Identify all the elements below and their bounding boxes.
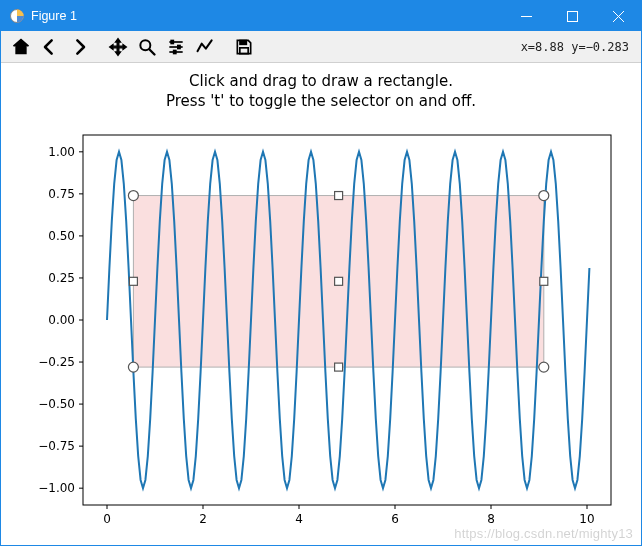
figure-canvas[interactable]: Click and drag to draw a rectangle. Pres… <box>1 63 641 545</box>
ytick-label: −0.50 <box>38 397 75 411</box>
watermark: https://blog.csdn.net/mighty13 <box>454 526 633 541</box>
corner-handle[interactable] <box>128 362 138 372</box>
svg-rect-2 <box>567 11 577 21</box>
ytick-label: 0.00 <box>48 313 75 327</box>
svg-rect-12 <box>174 50 177 53</box>
ytick-label: −0.75 <box>38 439 75 453</box>
xtick-label: 2 <box>199 512 207 526</box>
xtick-label: 4 <box>295 512 303 526</box>
app-window: Figure 1 x=8.88 y=−0.283 Click and drag … <box>0 0 642 546</box>
minimize-button[interactable] <box>503 1 549 31</box>
edge-handle[interactable] <box>335 192 343 200</box>
ytick-label: −0.25 <box>38 355 75 369</box>
window-title: Figure 1 <box>31 9 503 23</box>
svg-rect-10 <box>178 45 181 48</box>
center-handle[interactable] <box>335 277 343 285</box>
svg-line-6 <box>150 49 155 54</box>
maximize-button[interactable] <box>549 1 595 31</box>
app-icon <box>9 8 25 24</box>
edge-handle[interactable] <box>540 277 548 285</box>
xtick-label: 8 <box>487 512 495 526</box>
edge-handle[interactable] <box>335 363 343 371</box>
ytick-label: −1.00 <box>38 481 75 495</box>
svg-rect-14 <box>240 47 248 53</box>
home-button[interactable] <box>7 34 35 60</box>
zoom-button[interactable] <box>133 34 161 60</box>
edit-axis-button[interactable] <box>191 34 219 60</box>
ytick-label: 0.25 <box>48 271 75 285</box>
svg-rect-13 <box>240 40 247 44</box>
close-button[interactable] <box>595 1 641 31</box>
plot-svg[interactable]: 0246810−1.00−0.75−0.50−0.250.000.250.500… <box>1 63 641 545</box>
ytick-label: 0.50 <box>48 229 75 243</box>
window-controls <box>503 1 641 31</box>
configure-subplots-button[interactable] <box>162 34 190 60</box>
ytick-label: 0.75 <box>48 187 75 201</box>
coord-readout: x=8.88 y=−0.283 <box>521 40 635 54</box>
svg-rect-8 <box>171 40 174 43</box>
edge-handle[interactable] <box>129 277 137 285</box>
save-button[interactable] <box>230 34 258 60</box>
corner-handle[interactable] <box>539 362 549 372</box>
xtick-label: 0 <box>103 512 111 526</box>
corner-handle[interactable] <box>128 191 138 201</box>
corner-handle[interactable] <box>539 191 549 201</box>
xtick-label: 6 <box>391 512 399 526</box>
toolbar: x=8.88 y=−0.283 <box>1 31 641 63</box>
pan-button[interactable] <box>104 34 132 60</box>
xtick-label: 10 <box>579 512 594 526</box>
back-button[interactable] <box>36 34 64 60</box>
forward-button[interactable] <box>65 34 93 60</box>
titlebar[interactable]: Figure 1 <box>1 1 641 31</box>
ytick-label: 1.00 <box>48 145 75 159</box>
